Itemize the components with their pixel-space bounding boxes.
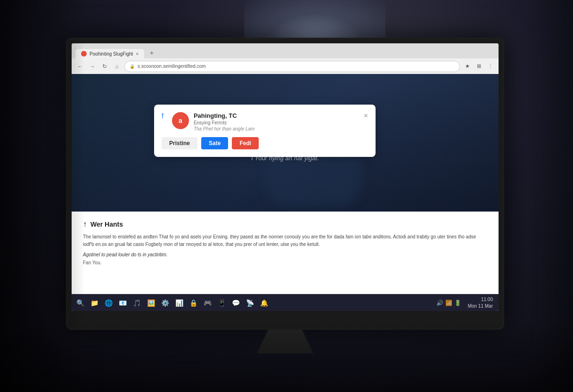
settings-button[interactable]: ⋮ [485, 62, 495, 71]
browser-action-buttons: ★ ⊞ ⋮ [463, 62, 495, 71]
tab-title: Poohinting SlugFight [90, 51, 133, 57]
popup-header-left: f a Pahingting, TC Ensying Ferrnts Tha P… [162, 112, 254, 131]
lock-icon: 🔒 [130, 64, 135, 69]
browser-chrome: Poohinting SlugFight × + ← → ↻ ⌂ 🔒 s.sco… [72, 43, 499, 74]
browser-toolbar: ← → ↻ ⌂ 🔒 s.scoonoon.semilingentified.co… [72, 58, 499, 74]
extensions-button[interactable]: ⊞ [474, 62, 483, 71]
website-content: Yoryde_weririsad I Your hying art hat yl… [72, 74, 499, 311]
refresh-button[interactable]: ↻ [100, 62, 109, 71]
popup-overlay: f a Pahingting, TC Ensying Ferrnts Tha P… [72, 74, 499, 311]
tab-favicon [81, 51, 87, 57]
save-button[interactable]: Sate [201, 137, 228, 149]
popup-header: f a Pahingting, TC Ensying Ferrnts Tha P… [162, 112, 368, 131]
back-button[interactable]: ← [75, 62, 85, 71]
new-tab-button[interactable]: + [146, 47, 157, 58]
monitor: Poohinting SlugFight × + ← → ↻ ⌂ 🔒 s.sco… [66, 38, 504, 330]
facebook-icon: f [162, 112, 164, 120]
bookmark-button[interactable]: ★ [463, 62, 472, 71]
popup-subtitle: Ensying Ferrnts [194, 120, 255, 125]
popup-preview: Tha Phet hor than angle Lam [194, 126, 255, 131]
popup-avatar: a [172, 112, 189, 129]
edit-button[interactable]: Fedi [232, 137, 259, 149]
address-bar[interactable]: 🔒 s.scoonoon.semilingentified.com [124, 61, 460, 72]
address-url: s.scoonoon.semilingentified.com [138, 64, 455, 69]
browser-tabs: Poohinting SlugFight × + [72, 43, 499, 58]
popup-info: Pahingting, TC Ensying Ferrnts Tha Phet … [194, 112, 255, 131]
browser-tab-active[interactable]: Poohinting SlugFight × [75, 49, 144, 58]
popup-action-buttons: Pristine Sate Fedi [162, 137, 368, 149]
home-button[interactable]: ⌂ [112, 62, 122, 71]
popup-close-button[interactable]: × [364, 112, 368, 120]
forward-button[interactable]: → [88, 62, 97, 71]
popup-title: Pahingting, TC [194, 112, 255, 119]
tab-close-button[interactable]: × [136, 51, 139, 57]
preview-button[interactable]: Pristine [162, 137, 197, 149]
popup-notification: f a Pahingting, TC Ensying Ferrnts Tha P… [154, 105, 376, 157]
monitor-screen: Poohinting SlugFight × + ← → ↻ ⌂ 🔒 s.sco… [72, 43, 499, 311]
